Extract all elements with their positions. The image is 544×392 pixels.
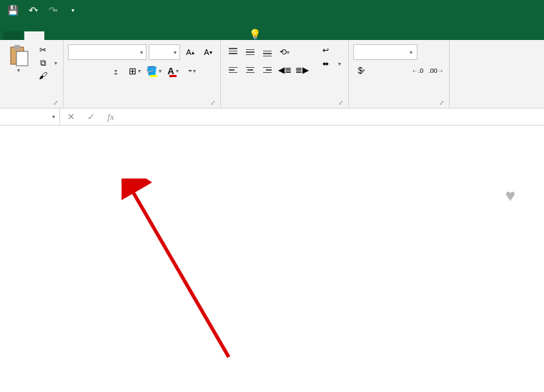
cancel-formula-button[interactable]: ✕ bbox=[64, 111, 77, 123]
paste-dropdown[interactable]: ▾ bbox=[17, 67, 20, 74]
border-button[interactable]: ⊞▾ bbox=[126, 63, 143, 79]
accept-formula-button[interactable]: ✓ bbox=[84, 111, 97, 123]
number-format-select[interactable]: ▾ bbox=[353, 44, 417, 60]
font-size-select[interactable]: ▾ bbox=[149, 44, 180, 60]
ribbon-tabs: 💡 bbox=[0, 20, 544, 40]
fill-color-button[interactable]: 🪣▾ bbox=[145, 63, 162, 79]
group-number: ▾ $▾ ←.0 .00→ ⤢ bbox=[349, 40, 450, 108]
group-label-alignment: ⤢ bbox=[225, 105, 344, 108]
tab-view[interactable] bbox=[164, 31, 184, 40]
qat-customize[interactable]: ▾ bbox=[64, 3, 81, 17]
redo-button[interactable]: ↷▾ bbox=[44, 3, 61, 17]
scissors-icon: ✂ bbox=[37, 45, 49, 55]
wrap-icon: ↩ bbox=[320, 46, 331, 55]
tab-templates[interactable] bbox=[224, 31, 244, 40]
align-left-button[interactable] bbox=[225, 62, 241, 78]
svg-rect-1 bbox=[14, 45, 20, 49]
group-clipboard: ▾ ✂ ⧉▾ 🖌 ⤢ bbox=[0, 40, 64, 108]
percent-button[interactable] bbox=[372, 63, 389, 79]
group-label-clipboard: ⤢ bbox=[4, 105, 59, 108]
align-center-button[interactable] bbox=[242, 62, 258, 78]
tell-me[interactable] bbox=[265, 31, 275, 40]
align-top-button[interactable] bbox=[225, 44, 241, 60]
formula-bar: ▾ ✕ ✓ fx bbox=[0, 109, 544, 126]
align-right-button[interactable] bbox=[259, 62, 275, 78]
tab-help[interactable] bbox=[184, 31, 204, 40]
wrap-text-button[interactable]: ↩ bbox=[317, 44, 344, 56]
decrease-decimal-button[interactable]: .00→ bbox=[427, 63, 445, 79]
group-alignment: ⟲▾ ◀≣ ≣▶ ↩ ⬌▾ ⤢ bbox=[221, 40, 349, 108]
underline-button[interactable]: ▾ bbox=[107, 63, 124, 79]
font-name-select[interactable]: ▾ bbox=[68, 44, 147, 60]
currency-button[interactable]: $▾ bbox=[353, 63, 370, 79]
tab-insert[interactable] bbox=[44, 31, 64, 40]
group-label-font: ⤢ bbox=[68, 105, 216, 108]
name-box[interactable]: ▾ bbox=[0, 109, 60, 125]
italic-button[interactable] bbox=[87, 63, 104, 79]
comma-button[interactable] bbox=[390, 63, 407, 79]
decrease-font-button[interactable]: A▾ bbox=[200, 44, 216, 60]
tab-pdf-tools[interactable] bbox=[204, 31, 224, 40]
font-color-button[interactable]: A▾ bbox=[164, 63, 182, 79]
alignment-launcher[interactable]: ⤢ bbox=[338, 99, 344, 106]
paste-icon bbox=[8, 44, 29, 67]
clipboard-launcher[interactable]: ⤢ bbox=[53, 99, 59, 106]
group-label-number: ⤢ bbox=[353, 105, 445, 108]
heart-icon: ♥ bbox=[505, 186, 515, 206]
merge-icon: ⬌ bbox=[320, 59, 331, 69]
annotation-arrow bbox=[122, 179, 243, 364]
tab-formulas[interactable] bbox=[104, 31, 124, 40]
merge-center-button[interactable]: ⬌▾ bbox=[317, 58, 344, 70]
group-font: ▾ ▾ A▴ A▾ ▾ ⊞▾ 🪣▾ A▾ ▾ ⤢ bbox=[64, 40, 221, 108]
save-button[interactable]: 💾 bbox=[4, 3, 21, 17]
format-painter-button[interactable]: 🖌 bbox=[36, 70, 59, 81]
number-launcher[interactable]: ⤢ bbox=[439, 99, 445, 106]
increase-indent-button[interactable]: ≣▶ bbox=[294, 62, 310, 78]
tab-home[interactable] bbox=[24, 31, 44, 40]
tab-data[interactable] bbox=[124, 31, 144, 40]
bold-button[interactable] bbox=[68, 63, 85, 79]
tab-page-layout[interactable] bbox=[84, 31, 104, 40]
phonetic-button[interactable]: ▾ bbox=[184, 63, 201, 79]
watermark-text: ♥ bbox=[501, 186, 515, 206]
tab-draw[interactable] bbox=[64, 31, 84, 40]
quick-access-toolbar: 💾 ↶▾ ↷▾ ▾ bbox=[4, 3, 81, 17]
svg-rect-2 bbox=[16, 51, 28, 66]
undo-button[interactable]: ↶▾ bbox=[24, 3, 41, 17]
cut-button[interactable]: ✂ bbox=[36, 44, 59, 56]
copy-button[interactable]: ⧉▾ bbox=[36, 57, 59, 69]
align-middle-button[interactable] bbox=[242, 44, 258, 60]
align-bottom-button[interactable] bbox=[259, 44, 275, 60]
title-bar: 💾 ↶▾ ↷▾ ▾ bbox=[0, 0, 544, 20]
ribbon: ▾ ✂ ⧉▾ 🖌 ⤢ ▾ ▾ A▴ A▾ ▾ ⊞▾ 🪣▾ bbox=[0, 40, 544, 109]
orientation-button[interactable]: ⟲▾ bbox=[277, 44, 292, 60]
svg-line-3 bbox=[130, 187, 229, 357]
copy-icon: ⧉ bbox=[37, 58, 49, 68]
brush-icon: 🖌 bbox=[37, 71, 49, 81]
tell-me-icon: 💡 bbox=[244, 29, 265, 40]
decrease-indent-button[interactable]: ◀≣ bbox=[277, 62, 292, 78]
font-launcher[interactable]: ⤢ bbox=[210, 99, 216, 106]
increase-font-button[interactable]: A▴ bbox=[182, 44, 198, 60]
insert-function-button[interactable]: fx bbox=[104, 111, 117, 123]
tab-file[interactable] bbox=[3, 31, 23, 40]
tab-review[interactable] bbox=[144, 31, 164, 40]
increase-decimal-button[interactable]: ←.0 bbox=[409, 63, 426, 79]
